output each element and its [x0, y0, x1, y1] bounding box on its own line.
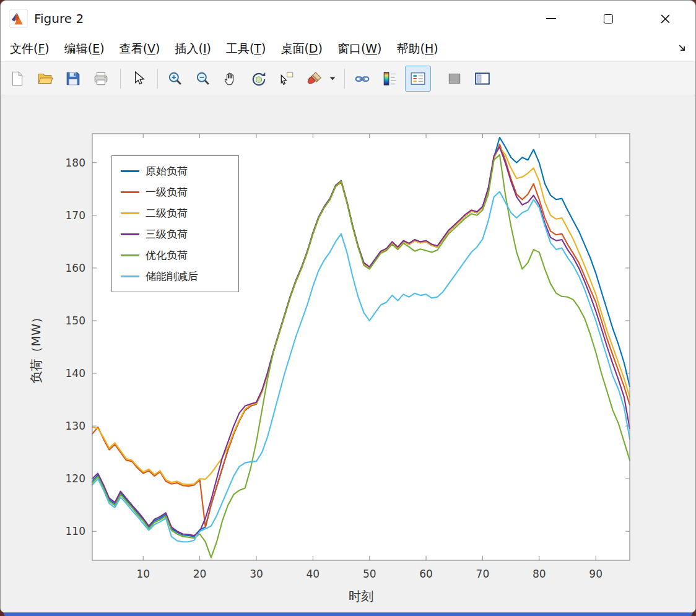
y-tick-label: 110: [66, 525, 85, 537]
menu-item-view[interactable]: 查看(V): [114, 38, 166, 60]
link-plot-button[interactable]: [349, 66, 375, 92]
legend-item-storage[interactable]: 储能削减后: [121, 269, 230, 284]
y-tick-label: 140: [66, 367, 85, 380]
close-icon: [660, 14, 671, 24]
legend-item-optimized[interactable]: 优化负荷: [121, 248, 230, 262]
colorbar-icon: [382, 71, 398, 87]
brush-icon: [307, 71, 323, 87]
menu-item-tools[interactable]: 工具(T): [220, 38, 271, 60]
x-tick-label: 60: [419, 568, 433, 580]
menu-item-desktop[interactable]: 桌面(D): [275, 38, 328, 60]
menubar: 文件(F)编辑(E)查看(V)插入(I)工具(T)桌面(D)窗口(W)帮助(H): [1, 37, 695, 62]
legend-item-level2[interactable]: 二级负荷: [121, 206, 230, 220]
window-controls: [537, 6, 695, 32]
x-tick-label: 50: [363, 568, 376, 580]
y-tick-label: 120: [66, 472, 85, 485]
save-figure-button[interactable]: [60, 66, 86, 92]
legend-label: 原始负荷: [146, 164, 188, 178]
legend-item-level3[interactable]: 三级负荷: [121, 227, 230, 241]
open-file-button[interactable]: [32, 66, 58, 92]
x-axis-label: 时刻: [349, 589, 373, 604]
y-tick-label: 130: [66, 420, 85, 432]
legend-line-sample: [121, 233, 139, 235]
edit-plot-button[interactable]: [125, 66, 151, 92]
legend-line-sample: [121, 191, 139, 193]
insert-colorbar-button[interactable]: [377, 66, 403, 92]
data-cursor-icon: [279, 71, 295, 87]
menu-item-edit[interactable]: 编辑(E): [59, 38, 110, 60]
hide-plot-tools-button[interactable]: [442, 66, 468, 92]
y-tick-label: 150: [66, 315, 85, 327]
background-window-edge: [4, 613, 692, 616]
printer-icon: [93, 71, 109, 87]
maximize-icon: [604, 14, 613, 24]
open-folder-icon: [37, 71, 53, 87]
pointer-icon: [130, 71, 146, 87]
x-tick-label: 80: [533, 568, 546, 580]
legend-item-level1[interactable]: 一级负荷: [121, 185, 230, 199]
save-floppy-icon: [65, 71, 81, 87]
legend-line-sample: [121, 212, 139, 214]
minimize-icon: [546, 18, 556, 19]
titlebar: Figure 2: [1, 1, 695, 37]
legend-line-sample: [121, 170, 139, 172]
link-chain-icon: [354, 71, 370, 87]
toolbar-separator: [157, 69, 158, 89]
print-figure-button[interactable]: [88, 66, 114, 92]
y-tick-label: 160: [66, 262, 85, 274]
menu-item-help[interactable]: 帮助(H): [391, 38, 444, 60]
zoom-in-button[interactable]: [162, 66, 188, 92]
new-file-icon: [9, 71, 25, 87]
data-cursor-button[interactable]: [274, 66, 300, 92]
rotate-3d-icon: [251, 71, 267, 87]
legend-line-sample: [121, 275, 139, 277]
legend[interactable]: 原始负荷一级负荷二级负荷三级负荷优化负荷储能削减后: [111, 155, 239, 292]
legend-label: 二级负荷: [146, 206, 188, 220]
matlab-logo-icon: [9, 9, 28, 28]
legend-icon: [410, 71, 426, 87]
rotate-3d-button[interactable]: [246, 66, 272, 92]
maximize-button[interactable]: [594, 6, 622, 32]
zoom-out-button[interactable]: [190, 66, 216, 92]
pan-hand-icon: [223, 71, 239, 87]
legend-line-sample: [121, 254, 139, 256]
new-figure-button[interactable]: [4, 66, 30, 92]
legend-item-original[interactable]: 原始负荷: [121, 164, 230, 178]
zoom-out-icon: [195, 71, 211, 87]
brush-dropdown-button[interactable]: [327, 66, 338, 92]
show-plot-tools-icon: [474, 71, 490, 87]
figure-window: Figure 2 文件(F)编辑(E)查看(V)插入(I)工具(T)桌面(D)窗…: [0, 0, 696, 613]
show-plot-tools-button[interactable]: [469, 66, 495, 92]
menu-item-file[interactable]: 文件(F): [4, 38, 55, 60]
menu-items: 文件(F)编辑(E)查看(V)插入(I)工具(T)桌面(D)窗口(W)帮助(H): [4, 38, 448, 60]
x-tick-label: 30: [250, 568, 263, 580]
x-tick-label: 70: [476, 568, 490, 580]
toolbar-separator: [344, 69, 345, 89]
dock-figure-icon[interactable]: [677, 43, 688, 54]
menu-item-window[interactable]: 窗口(W): [332, 38, 388, 60]
x-tick-label: 90: [589, 568, 602, 580]
y-tick-label: 180: [66, 157, 85, 169]
y-tick-label: 170: [66, 209, 85, 222]
hide-plot-tools-icon: [446, 71, 463, 87]
axes: 1020304050607080901101201301401501601701…: [1, 95, 696, 613]
x-tick-label: 20: [193, 568, 207, 580]
legend-label: 一级负荷: [146, 185, 188, 199]
menu-item-insert[interactable]: 插入(I): [169, 38, 216, 60]
legend-label: 储能削减后: [146, 269, 198, 284]
brush-data-button[interactable]: [302, 66, 328, 92]
legend-label: 三级负荷: [146, 227, 188, 241]
pan-button[interactable]: [218, 66, 244, 92]
x-tick-label: 40: [307, 568, 320, 580]
insert-legend-button[interactable]: [405, 66, 431, 92]
x-tick-label: 10: [136, 568, 150, 580]
legend-label: 优化负荷: [146, 248, 188, 262]
minimize-button[interactable]: [537, 6, 565, 32]
toolbar-separator: [120, 69, 121, 89]
close-button[interactable]: [651, 6, 679, 32]
window-title: Figure 2: [34, 11, 84, 26]
zoom-in-icon: [167, 71, 183, 87]
y-axis-label: 负荷（MW）: [28, 311, 43, 383]
chevron-down-icon: [329, 76, 336, 82]
figure-toolbar: [1, 62, 695, 95]
